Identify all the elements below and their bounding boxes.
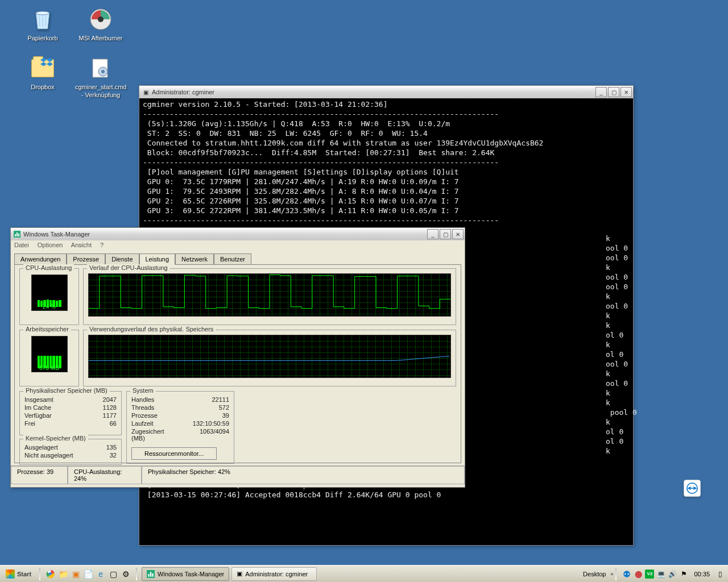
memory-history-label: Verwendungsverlauf des physikal. Speiche… (87, 326, 216, 332)
taskbar-task-console[interactable]: ▣ Administrator: cgminer (231, 567, 317, 581)
tray-flag-icon[interactable]: ⚑ (679, 569, 688, 579)
tm-statusbar: Prozesse: 39 CPU-Auslastung: 24% Physika… (11, 465, 465, 484)
stat-key: Handles (131, 396, 176, 403)
ql-media-icon[interactable]: ▣ (70, 568, 81, 580)
system-box: System Handles22111Threads572Prozesse39L… (126, 391, 234, 464)
taskbar-task-label: Windows Task-Manager (158, 571, 224, 577)
tm-menubar: Datei Optionen Ansicht ? (11, 240, 465, 252)
ql-afterburner-icon[interactable]: ⚙ (120, 568, 131, 580)
svg-point-5 (98, 16, 104, 22)
desktop-icon-label: Dropbox (17, 83, 68, 91)
tm-title: Windows Task-Manager (23, 231, 90, 238)
afterburner-icon (88, 7, 113, 32)
close-button[interactable]: ✕ (452, 229, 464, 239)
menu-file[interactable]: Datei (14, 242, 29, 248)
menu-view[interactable]: Ansicht (71, 242, 92, 248)
svg-rect-20 (152, 573, 153, 576)
windows-logo-icon (6, 569, 15, 579)
phys-mem-box: Physikalischer Speicher (MB) Insgesamt20… (19, 391, 122, 435)
stat-value: 32 (106, 452, 117, 459)
system-label: System (130, 387, 156, 394)
tm-performance-panel: CPU-Auslastung 24 % Verlauf der CPU-Ausl… (14, 264, 461, 463)
tab-network[interactable]: Netzwerk (175, 253, 214, 265)
teamviewer-badge[interactable] (684, 480, 701, 497)
cpu-gauge: 24 % (31, 275, 68, 311)
stat-key: Ausgelagert (24, 444, 89, 451)
cpu-history-graph (88, 273, 451, 317)
status-processes: Prozesse: 39 (11, 466, 68, 484)
cpu-usage-label: CPU-Auslastung (23, 264, 74, 271)
ql-explorer-icon[interactable]: 📁 (57, 568, 69, 580)
svg-rect-10 (15, 234, 16, 236)
menu-options[interactable]: Optionen (38, 242, 63, 248)
tray-show-desktop[interactable]: ▯ (715, 569, 725, 579)
tab-services[interactable]: Dienste (105, 253, 139, 265)
kernel-mem-box: Kernel-Speicher (MB) Ausgelagert135Nicht… (19, 439, 122, 465)
stat-value: 66 (103, 420, 117, 427)
ql-ie-icon[interactable]: e (95, 568, 106, 580)
stat-value: 2047 (103, 396, 117, 403)
stat-value: 572 (193, 404, 229, 411)
tray-network-icon[interactable]: 💻 (656, 569, 665, 579)
desktop-icon-label: MSI Afterburner (75, 34, 126, 42)
kernel-mem-label: Kernel-Speicher (MB) (23, 435, 88, 442)
tray-volume-icon[interactable]: 🔊 (668, 569, 677, 579)
svg-point-8 (101, 70, 105, 73)
svg-rect-11 (16, 232, 18, 236)
taskbar-task-label: Administrator: cgminer (245, 571, 308, 577)
minimize-button[interactable]: _ (427, 229, 439, 239)
desktop-icon-recycle-bin[interactable]: Papierkorb (17, 7, 68, 42)
minimize-button[interactable]: _ (595, 87, 607, 97)
taskbar-task-taskmgr[interactable]: Windows Task-Manager (142, 567, 229, 581)
phys-mem-label: Physikalischer Speicher (MB) (23, 387, 110, 394)
stat-value: 1063/4094 (193, 428, 229, 442)
ql-chrome-icon[interactable] (45, 568, 56, 580)
maximize-button[interactable]: ▢ (440, 229, 451, 239)
start-button[interactable]: Start (0, 566, 37, 582)
stat-key: Insgesamt (24, 396, 86, 403)
menu-help[interactable]: ? (100, 242, 104, 248)
status-cpu: CPU-Auslastung: 24% (68, 466, 142, 484)
tray-clock[interactable]: 00:35 (690, 571, 713, 577)
desktop-icon-cgminer[interactable]: cgminer_start.cmd - Verknüpfung (75, 56, 126, 99)
cpu-history-box: Verlauf der CPU-Auslastung (83, 268, 456, 325)
memory-history-box: Verwendungsverlauf des physikal. Speiche… (83, 330, 456, 386)
stat-value: 1128 (103, 404, 117, 411)
tab-applications[interactable]: Anwendungen (14, 253, 67, 265)
tab-processes[interactable]: Prozesse (67, 253, 105, 265)
maximize-button[interactable]: ▢ (608, 87, 619, 97)
resource-monitor-button[interactable]: Ressourcenmonitor... (131, 447, 217, 460)
tm-icon (13, 230, 21, 238)
console-icon: ▣ (142, 88, 150, 96)
stat-key: Frei (24, 420, 86, 427)
ql-notepad-icon[interactable]: 📄 (82, 568, 94, 580)
tab-performance[interactable]: Leistung (139, 253, 176, 265)
tray-security-icon[interactable]: ⬤ (634, 569, 643, 579)
svg-rect-14 (691, 488, 694, 489)
tray-app-icon[interactable]: V2 (645, 569, 654, 579)
svg-rect-12 (18, 234, 19, 236)
stat-value: 135 (106, 444, 117, 451)
memory-gauge: 870 MB (31, 336, 68, 372)
tm-titlebar[interactable]: Windows Task-Manager _ ▢ ✕ (11, 228, 465, 240)
console-icon: ▣ (237, 570, 242, 577)
tab-users[interactable]: Benutzer (214, 253, 251, 265)
stat-key: Verfügbar (24, 412, 86, 419)
stat-key: Im Cache (24, 404, 86, 411)
stat-key: Laufzeit (131, 420, 176, 427)
taskbar-tasks: Windows Task-Manager ▣ Administrator: cg… (139, 567, 578, 581)
gear-file-icon (88, 56, 113, 81)
close-button[interactable]: ✕ (621, 87, 632, 97)
console-titlebar[interactable]: ▣ Administrator: cgminer _ ▢ ✕ (139, 86, 633, 98)
taskbar: Start 📁 ▣ 📄 e ▢ ⚙ Windows Task-Manager ▣… (0, 565, 728, 582)
tray-teamviewer-icon[interactable] (622, 569, 631, 579)
desktop-toolbar-chevron-icon[interactable]: » (610, 571, 613, 577)
desktop-icon-label: cgminer_start.cmd - Verknüpfung (75, 83, 126, 99)
stat-key: Nicht ausgelagert (24, 452, 89, 459)
desktop-icon-afterburner[interactable]: MSI Afterburner (75, 7, 126, 42)
tm-icon (147, 570, 155, 578)
desktop-toolbar-label[interactable]: Desktop (578, 571, 610, 577)
desktop-icon-dropbox[interactable]: Dropbox (17, 56, 68, 91)
svg-point-0 (36, 11, 49, 15)
ql-show-desktop-icon[interactable]: ▢ (107, 568, 119, 580)
